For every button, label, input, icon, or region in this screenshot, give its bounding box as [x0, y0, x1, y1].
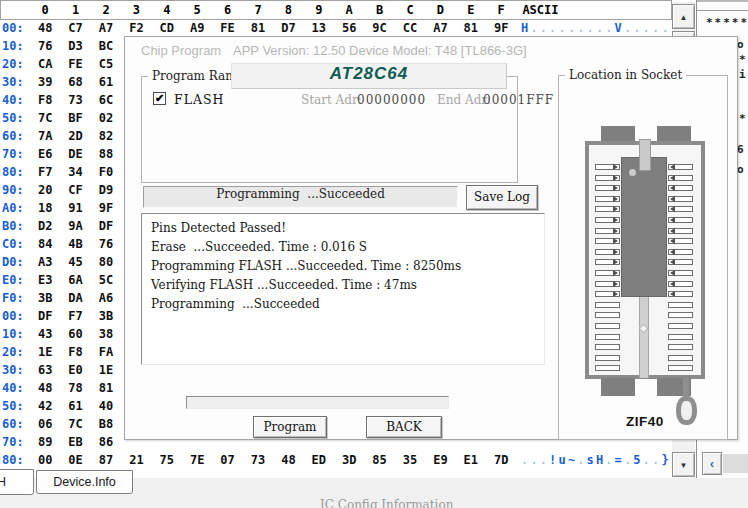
hex-byte-cell[interactable]: D2 — [30, 219, 60, 233]
hex-byte-cell[interactable]: F8 — [60, 345, 90, 359]
hex-byte-cell[interactable]: E3 — [30, 273, 60, 287]
hex-byte-cell[interactable]: 18 — [30, 201, 60, 215]
hex-byte-cell[interactable]: 60 — [60, 327, 90, 341]
hex-byte-cell[interactable]: 4B — [60, 237, 90, 251]
hex-byte-cell[interactable]: 88 — [91, 147, 121, 161]
hex-byte-cell[interactable]: 76 — [91, 237, 121, 251]
hex-byte-cell[interactable]: 00 — [30, 453, 60, 467]
hex-byte-cell[interactable]: 82 — [91, 129, 121, 143]
hex-byte-cell[interactable]: DF — [91, 219, 121, 233]
hex-byte-cell[interactable]: FA — [91, 345, 121, 359]
hex-byte-cell[interactable]: F0 — [91, 165, 121, 179]
hex-byte-cell[interactable]: 6A — [60, 273, 90, 287]
hex-byte-cell[interactable]: 61 — [60, 399, 90, 413]
hex-byte-cell[interactable]: 9F — [486, 21, 516, 35]
hex-byte-cell[interactable]: 56 — [334, 21, 364, 35]
hex-byte-cell[interactable]: 42 — [30, 399, 60, 413]
hex-byte-cell[interactable]: F2 — [121, 21, 151, 35]
hex-byte-cell[interactable]: 48 — [273, 453, 303, 467]
hex-byte-cell[interactable]: F7 — [60, 309, 90, 323]
hex-byte-cell[interactable]: 3D — [334, 453, 364, 467]
hex-byte-cell[interactable]: E1 — [456, 453, 486, 467]
hex-byte-cell[interactable]: 34 — [60, 165, 90, 179]
hex-byte-cell[interactable]: 38 — [91, 327, 121, 341]
hex-byte-cell[interactable]: 9F — [91, 201, 121, 215]
horizontal-scrollbar-track[interactable] — [723, 454, 748, 473]
hex-byte-cell[interactable]: FE — [60, 57, 90, 71]
hex-byte-cell[interactable]: A7 — [91, 21, 121, 35]
hex-byte-cell[interactable]: ED — [304, 453, 334, 467]
scroll-down-button[interactable]: ▼ — [672, 452, 695, 477]
hex-byte-cell[interactable]: B8 — [91, 417, 121, 431]
hex-byte-cell[interactable]: 7D — [486, 453, 516, 467]
hex-byte-cell[interactable]: D9 — [91, 183, 121, 197]
hex-byte-cell[interactable]: 7C — [60, 417, 90, 431]
hex-byte-cell[interactable]: DF — [30, 309, 60, 323]
hex-byte-cell[interactable]: 48 — [30, 381, 60, 395]
back-button[interactable]: BACK — [366, 416, 442, 438]
hex-byte-cell[interactable]: A6 — [91, 291, 121, 305]
hex-byte-cell[interactable]: 48 — [30, 21, 60, 35]
hex-byte-cell[interactable]: BF — [60, 111, 90, 125]
hex-byte-cell[interactable]: 73 — [243, 453, 273, 467]
hex-byte-cell[interactable]: 20 — [30, 183, 60, 197]
hex-byte-cell[interactable]: C7 — [60, 21, 90, 35]
hex-byte-cell[interactable]: 2D — [60, 129, 90, 143]
hex-byte-cell[interactable]: F7 — [30, 165, 60, 179]
hex-byte-cell[interactable]: 91 — [60, 201, 90, 215]
hex-byte-cell[interactable]: 73 — [60, 93, 90, 107]
hex-byte-cell[interactable]: CC — [395, 21, 425, 35]
hex-byte-cell[interactable]: E6 — [30, 147, 60, 161]
hex-byte-cell[interactable]: 6C — [91, 93, 121, 107]
save-log-button[interactable]: Save Log — [466, 185, 538, 210]
flash-checkbox[interactable]: ✔ — [153, 92, 166, 105]
hex-byte-cell[interactable]: CA — [30, 57, 60, 71]
scroll-up-button[interactable]: ▲ — [672, 4, 695, 29]
hex-byte-cell[interactable]: 3B — [91, 309, 121, 323]
hex-byte-cell[interactable]: E9 — [425, 453, 455, 467]
hex-byte-cell[interactable]: 02 — [91, 111, 121, 125]
hex-byte-cell[interactable]: E0 — [60, 363, 90, 377]
hex-byte-cell[interactable]: 06 — [30, 417, 60, 431]
hex-byte-cell[interactable]: 5C — [91, 273, 121, 287]
hex-byte-cell[interactable]: 0E — [60, 453, 90, 467]
hex-byte-cell[interactable]: 81 — [91, 381, 121, 395]
hex-byte-cell[interactable]: F8 — [30, 93, 60, 107]
hex-byte-cell[interactable]: CF — [60, 183, 90, 197]
hex-byte-cell[interactable]: 75 — [152, 453, 182, 467]
hex-byte-cell[interactable]: 1E — [30, 345, 60, 359]
hex-byte-cell[interactable]: CD — [152, 21, 182, 35]
hex-byte-cell[interactable]: BC — [91, 39, 121, 53]
tab-flash[interactable]: FLASH — [0, 469, 34, 495]
hex-byte-cell[interactable]: C5 — [91, 57, 121, 71]
hex-byte-cell[interactable]: A3 — [30, 255, 60, 269]
hex-byte-cell[interactable]: 81 — [456, 21, 486, 35]
hex-byte-cell[interactable]: FE — [212, 21, 242, 35]
hex-byte-cell[interactable]: 13 — [304, 21, 334, 35]
hex-byte-cell[interactable]: 89 — [30, 435, 60, 449]
hex-byte-cell[interactable]: 3B — [30, 291, 60, 305]
hex-byte-cell[interactable]: DA — [60, 291, 90, 305]
hex-byte-cell[interactable]: A7 — [425, 21, 455, 35]
scroll-left-button[interactable]: ‹ — [702, 452, 722, 475]
hex-byte-cell[interactable]: 63 — [30, 363, 60, 377]
hex-byte-cell[interactable]: 7E — [182, 453, 212, 467]
hex-byte-cell[interactable]: 78 — [60, 381, 90, 395]
tab-device-info[interactable]: Device.Info — [36, 470, 133, 494]
hex-byte-cell[interactable]: 84 — [30, 237, 60, 251]
hex-byte-cell[interactable]: 7C — [30, 111, 60, 125]
hex-byte-cell[interactable]: 07 — [212, 453, 242, 467]
hex-byte-cell[interactable]: 76 — [30, 39, 60, 53]
hex-byte-cell[interactable]: 85 — [364, 453, 394, 467]
hex-byte-cell[interactable]: A9 — [182, 21, 212, 35]
hex-byte-cell[interactable]: 61 — [91, 75, 121, 89]
program-button[interactable]: Program — [253, 416, 327, 438]
hex-byte-cell[interactable]: 87 — [91, 453, 121, 467]
hex-byte-cell[interactable]: 9A — [60, 219, 90, 233]
hex-byte-cell[interactable]: EB — [60, 435, 90, 449]
hex-byte-cell[interactable]: 39 — [30, 75, 60, 89]
hex-byte-cell[interactable]: 45 — [60, 255, 90, 269]
hex-byte-cell[interactable]: 86 — [91, 435, 121, 449]
hex-byte-cell[interactable]: 43 — [30, 327, 60, 341]
hex-byte-cell[interactable]: 9C — [364, 21, 394, 35]
